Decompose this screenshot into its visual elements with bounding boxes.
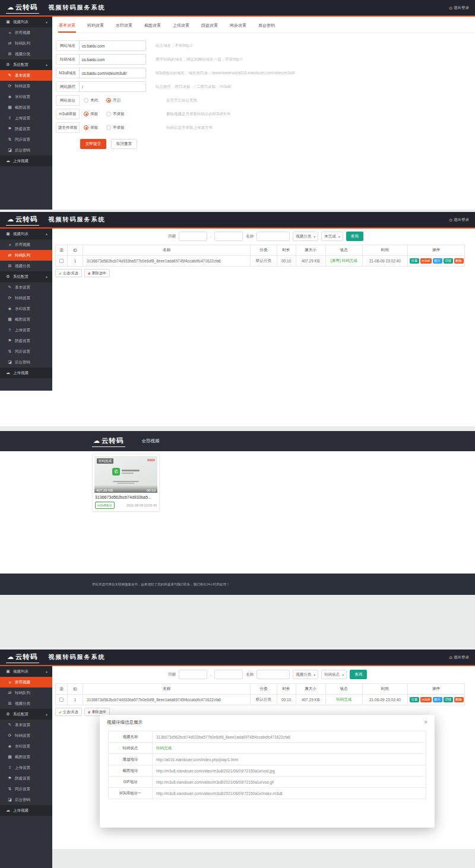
sidebar-item[interactable]: 系统配置 xyxy=(0,709,52,720)
sidebar-item[interactable]: 基本设置 xyxy=(0,720,52,730)
play-url-value[interactable]: http://a016.xiandouer.com/index.php/play… xyxy=(153,754,426,765)
settings-tab[interactable]: 防盗设置 xyxy=(201,23,218,33)
gif-url-value[interactable]: http://m3u8.xiandouer.com/video/m3u8/202… xyxy=(153,777,426,788)
settings-tab[interactable]: 基本设置 xyxy=(58,23,76,33)
m3u8-button[interactable]: m3u8 xyxy=(420,258,432,264)
sidebar-item[interactable]: 防盗设置 xyxy=(0,123,52,134)
select-all-button[interactable]: 全选/反选 xyxy=(55,708,82,716)
sidebar-item[interactable]: 转码队列 xyxy=(0,688,52,698)
status-select[interactable]: 未完成 xyxy=(321,232,343,241)
sidebar-item[interactable]: 后台密码 xyxy=(0,357,52,368)
close-icon[interactable]: × xyxy=(424,720,428,726)
detail-button[interactable]: 详情 xyxy=(444,258,453,264)
sidebar-item[interactable]: 转码队列 xyxy=(0,38,52,49)
sidebar-item[interactable]: 视频列表 xyxy=(0,229,52,239)
sidebar-item[interactable]: 水印设置 xyxy=(0,303,52,314)
sidebar-item[interactable]: 转码设置 xyxy=(0,81,52,91)
delete-button[interactable]: 删除 xyxy=(454,697,464,703)
sidebar-item[interactable]: 视频列表 xyxy=(0,17,52,27)
logout-button[interactable]: 退出登录 xyxy=(449,5,469,11)
sidebar-item[interactable]: 转码设置 xyxy=(0,730,52,741)
sidebar-item[interactable]: 水印设置 xyxy=(0,91,52,102)
sidebar-item[interactable]: 截图设置 xyxy=(0,102,52,113)
nav-all-videos[interactable]: 全部视频 xyxy=(142,438,160,444)
delete-selected-button[interactable]: 删除选中 xyxy=(84,269,110,277)
transcode-domain-input[interactable] xyxy=(79,54,146,65)
sidebar-item[interactable]: 视频分类 xyxy=(0,49,52,59)
sidebar-item[interactable]: 系统配置 xyxy=(0,59,52,70)
radio-m3u8-discard[interactable]: 不保留 xyxy=(106,112,125,117)
settings-tab[interactable]: 上传设置 xyxy=(172,23,190,33)
date-from-input[interactable] xyxy=(179,670,207,679)
sidebar-item[interactable]: 所有视频 xyxy=(0,677,52,688)
sidebar-item[interactable]: 同步设置 xyxy=(0,784,52,794)
sidebar-item[interactable]: 后台密码 xyxy=(0,794,52,805)
sidebar-item[interactable]: 上传设置 xyxy=(0,325,52,335)
image-button[interactable]: 图片 xyxy=(433,258,442,264)
settings-tab[interactable]: 同步设置 xyxy=(229,23,247,33)
settings-tab[interactable]: 转码设置 xyxy=(87,23,104,33)
logout-button[interactable]: 退出登录 xyxy=(449,217,469,223)
sidebar-item[interactable]: 上传视频 xyxy=(0,156,52,166)
sidebar-item[interactable]: 防盗设置 xyxy=(0,773,52,784)
sidebar-item[interactable]: 视频列表 xyxy=(0,666,52,677)
m3u8-domain-input[interactable] xyxy=(79,68,146,78)
sidebar-item[interactable]: 基本设置 xyxy=(0,70,52,81)
sidebar-item[interactable]: 后台密码 xyxy=(0,145,52,156)
screenshot-url-value[interactable]: http://m3u8.xiandouer.com/video/m3u8/202… xyxy=(153,765,426,777)
sidebar-item[interactable]: 上传设置 xyxy=(0,762,52,773)
share-button[interactable]: 分享 xyxy=(410,258,419,264)
category-select[interactable]: 视频分类 xyxy=(293,232,318,241)
sidebar-item[interactable]: 防盗设置 xyxy=(0,335,52,346)
settings-tab[interactable]: 水印设置 xyxy=(115,23,133,33)
m3u8-link-button[interactable]: m3u8地址 xyxy=(95,502,115,509)
category-select[interactable]: 视频分类 xyxy=(293,670,318,679)
radio-source-discard[interactable]: 不保留 xyxy=(106,125,125,131)
delete-button[interactable]: 删除 xyxy=(454,258,464,264)
logout-button[interactable]: 退出登录 xyxy=(449,655,469,660)
detail-button[interactable]: 详情 xyxy=(444,697,453,703)
row-checkbox[interactable] xyxy=(59,259,64,263)
sidebar-item[interactable]: 同步设置 xyxy=(0,346,52,357)
status-select[interactable]: 转码状态 xyxy=(321,670,347,679)
image-button[interactable]: 图片 xyxy=(433,697,442,703)
date-from-input[interactable] xyxy=(179,232,207,241)
search-button[interactable]: 查询 xyxy=(350,670,367,679)
row-checkbox[interactable] xyxy=(59,698,64,702)
radio-frontend-off[interactable]: 关闭 xyxy=(84,98,98,103)
search-button[interactable]: 查询 xyxy=(346,232,363,241)
m3u8-url-value[interactable]: http://m3u8.xiandouer.com/video/m3u8/202… xyxy=(153,788,426,799)
sidebar-item[interactable]: 所有视频 xyxy=(0,239,52,250)
sidebar-item[interactable]: 同步设置 xyxy=(0,134,52,145)
sidebar-item[interactable]: 转码设置 xyxy=(0,293,52,303)
video-thumbnail[interactable]: 转码完成 407.29 KB 00:10 xyxy=(94,456,157,493)
sidebar-item[interactable]: 截图设置 xyxy=(0,752,52,762)
sidebar-item[interactable]: 视频分类 xyxy=(0,698,52,709)
date-to-input[interactable] xyxy=(214,232,243,241)
sidebar-item[interactable]: 上传视频 xyxy=(0,368,52,378)
site-path-input[interactable] xyxy=(79,81,146,92)
reset-button[interactable]: 取消重置 xyxy=(111,139,137,149)
date-to-input[interactable] xyxy=(214,670,243,679)
share-button[interactable]: 分享 xyxy=(410,697,419,703)
sidebar-item[interactable]: 转码队列 xyxy=(0,250,52,261)
radio-m3u8-keep[interactable]: 保留 xyxy=(84,112,98,117)
sidebar-item[interactable]: 所有视频 xyxy=(0,27,52,38)
sidebar-item[interactable]: 系统配置 xyxy=(0,271,52,282)
name-input[interactable] xyxy=(256,232,290,241)
settings-tab[interactable]: 截图设置 xyxy=(144,23,162,33)
submit-button[interactable]: 立即提交 xyxy=(80,139,106,149)
sidebar-item[interactable]: 基本设置 xyxy=(0,282,52,293)
sidebar-item[interactable]: 视频分类 xyxy=(0,261,52,271)
sidebar-item[interactable]: 上传设置 xyxy=(0,113,52,123)
sidebar-item[interactable]: 截图设置 xyxy=(0,314,52,325)
radio-source-keep[interactable]: 保留 xyxy=(84,125,98,131)
video-card[interactable]: 转码完成 407.29 KB 00:10 3136673d562bcb74d93… xyxy=(92,454,160,512)
select-all-button[interactable]: 全选/反选 xyxy=(55,269,82,277)
name-input[interactable] xyxy=(256,670,290,679)
settings-tab[interactable]: 后台密码 xyxy=(258,23,276,33)
radio-frontend-on[interactable]: 开启 xyxy=(106,98,121,103)
sidebar-item[interactable]: 上传视频 xyxy=(0,805,52,816)
sidebar-item[interactable]: 水印设置 xyxy=(0,741,52,752)
m3u8-button[interactable]: m3u8 xyxy=(420,697,432,703)
